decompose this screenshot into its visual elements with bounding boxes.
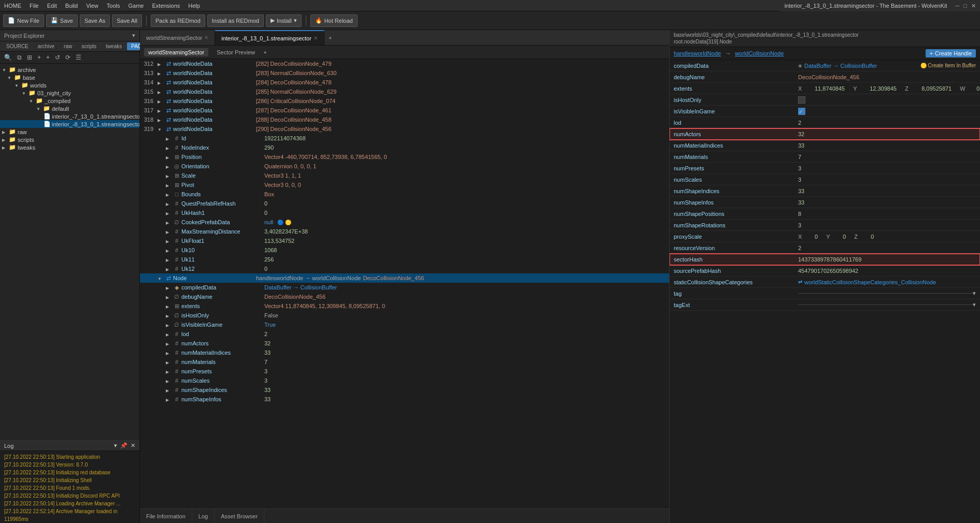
prop-is-visible-in-game[interactable]: isVisibleInGame ✓ <box>670 106 980 117</box>
prop-compiled-data[interactable]: compiledData ◈ DataBuffer → CollisionBuf… <box>670 60 980 71</box>
sidebar-tool3[interactable]: ⟳ <box>63 53 73 62</box>
tree-item-archive[interactable]: 📁 archive <box>0 66 139 74</box>
tree-row-nodeindex[interactable]: # NodeIndex 290 <box>140 143 669 152</box>
sidebar-menu-button[interactable]: ☰ <box>74 53 83 62</box>
bottom-tab-log[interactable]: Log <box>192 509 215 523</box>
install-redmod-button[interactable]: Install as REDmod <box>207 14 264 27</box>
tree-row-bounds[interactable]: □ Bounds Box <box>140 190 669 199</box>
log-control-1[interactable]: ▾ <box>114 442 117 449</box>
handle-world-link[interactable]: handlesworldNode <box>674 50 721 56</box>
tree-item-sector1[interactable]: 📄 interior_-7_13_0_1.streamingsector <box>0 112 139 120</box>
tree-row[interactable]: 312 ⇄ worldNodeData [282] DecoCollisionN… <box>140 59 669 68</box>
create-item-in-buffer-button[interactable]: 🟡 Create Item In Buffer <box>920 63 976 68</box>
prop-lod[interactable]: lod 2 <box>670 117 980 128</box>
maximize-button[interactable]: □ <box>963 3 967 9</box>
is-host-only-checkbox[interactable] <box>798 96 805 104</box>
sidebar-refresh-button[interactable]: ↺ <box>53 53 62 62</box>
tree-row-numshapeinfos[interactable]: # numShapeInfos 33 <box>140 395 669 404</box>
handle-collision-link[interactable]: worldCollisionNode <box>735 50 784 56</box>
tag-chevron-icon[interactable]: ▾ <box>973 290 976 297</box>
tree-row-uk12[interactable]: # Uk12 0 <box>140 264 669 273</box>
tree-row[interactable]: 313 ⇄ worldNodeData [283] NormalCollisio… <box>140 68 669 78</box>
tree-row[interactable]: 317 ⇄ worldNodeData [287] DecoCollisionN… <box>140 106 669 115</box>
prop-num-material-indices[interactable]: numMaterialIndices 33 <box>670 140 980 151</box>
tree-item-sector2[interactable]: 📄 interior_-8_13_0_1.streamingsector <box>0 120 139 128</box>
sidebar-tool1[interactable]: ⧉ <box>15 53 24 62</box>
sidebar-tab-source[interactable]: SOURCE <box>2 42 33 50</box>
tree-item-tweaks[interactable]: 📁 tweaks <box>0 143 139 151</box>
log-close-icon[interactable]: ✕ <box>131 442 135 449</box>
tree-item-base[interactable]: 📁 base <box>0 74 139 81</box>
tree-row-numshapeindices[interactable]: # numShapeIndices 33 <box>140 385 669 395</box>
menu-tools[interactable]: Tools <box>107 3 120 9</box>
tree-row-numactors[interactable]: # numActors 32 <box>140 339 669 348</box>
hot-reload-button[interactable]: 🔥 Hot Reload <box>310 14 358 27</box>
tag-ext-chevron-icon[interactable]: ▾ <box>973 301 976 308</box>
add-subtab-button[interactable]: + <box>263 49 266 55</box>
tree-row[interactable]: 316 ⇄ worldNodeData [286] CriticalCollis… <box>140 96 669 106</box>
new-file-button[interactable]: 📄 New File <box>3 14 44 27</box>
tree-row-extents[interactable]: ⊞ extents Vector4 11,8740845, 12,309845,… <box>140 301 669 311</box>
save-as-button[interactable]: Save As <box>80 14 110 27</box>
tree-row-pivot[interactable]: ⊞ Pivot Vector3 0, 0, 0 <box>140 180 669 190</box>
tree-row-319[interactable]: 319 ⇄ worldNodeData [290] DecoCollisionN… <box>140 124 669 134</box>
tree-row-cooked[interactable]: ∅ CookedPrefabData null 🔵 🟡 <box>140 217 669 227</box>
tree-row-ukfloat[interactable]: # UkFloat1 113,534752 <box>140 236 669 245</box>
pack-button[interactable]: Pack as REDmod <box>151 14 205 27</box>
prop-num-shape-indices[interactable]: numShapeIndices 33 <box>670 185 980 197</box>
tree-row[interactable]: 314 ⇄ worldNodeData [284] DecoCollisionN… <box>140 78 669 87</box>
is-visible-in-game-checkbox[interactable]: ✓ <box>798 108 805 115</box>
tree-row-numscales[interactable]: # numScales 3 <box>140 376 669 385</box>
tree-row-orientation[interactable]: ◎ Orientation Quaternion 0, 0, 0, 1 <box>140 162 669 171</box>
tab-close-icon[interactable]: ✕ <box>204 35 208 40</box>
prop-debug-name[interactable]: debugName DecoCollisionNode_456 <box>670 71 980 83</box>
sidebar-tab-tweaks[interactable]: tweaks <box>102 42 126 50</box>
tree-row-node[interactable]: ⇄ Node handlesworldNode → worldCollision… <box>140 273 669 283</box>
tab-interior-sector[interactable]: interior_-8_13_0_1.streamingsector ✕ <box>215 30 324 45</box>
tree-row-nummaterialindices[interactable]: # numMaterialIndices 33 <box>140 348 669 357</box>
prop-num-shape-infos[interactable]: numShapeInfos 33 <box>670 197 980 208</box>
minimize-button[interactable]: ─ <box>956 3 960 9</box>
tree-item-night-city[interactable]: 📁 03_night_city <box>0 89 139 97</box>
prop-num-materials[interactable]: numMaterials 7 <box>670 151 980 163</box>
close-button[interactable]: ✕ <box>971 3 976 9</box>
tree-row-debugname[interactable]: ∅ debugName DecoCollisionNode_456 <box>140 292 669 301</box>
save-all-button[interactable]: Save All <box>112 14 142 27</box>
tree-item-default[interactable]: 📁 default <box>0 105 139 112</box>
prop-tag-ext[interactable]: tagExt ▾ <box>670 299 980 311</box>
menu-file[interactable]: File <box>30 3 39 9</box>
menu-help[interactable]: Help <box>188 3 200 9</box>
subtab-sector-preview[interactable]: Sector Preview <box>212 48 259 56</box>
sidebar-tab-raw[interactable]: raw <box>60 42 76 50</box>
prop-is-host-only[interactable]: isHostOnly <box>670 94 980 106</box>
prop-static-collision[interactable]: staticCollisionShapeCategories ⇄ worldSt… <box>670 277 980 288</box>
menu-build[interactable]: Build <box>65 3 78 9</box>
prop-sector-hash[interactable]: sectorHash 14373389787860411769 <box>670 254 980 265</box>
prop-num-scales[interactable]: numScales 3 <box>670 174 980 185</box>
add-tab-button[interactable]: + <box>329 35 332 41</box>
tree-row-questprefab[interactable]: # QuestPrefabRefHash 0 <box>140 199 669 208</box>
tree-item-worlds[interactable]: 📁 worlds <box>0 81 139 89</box>
tree-item-compiled[interactable]: 📁 _compiled <box>0 97 139 105</box>
save-button[interactable]: 💾 Save <box>46 14 78 27</box>
tree-row-compileddata[interactable]: ◈ compiledData DataBuffer → CollisionBuf… <box>140 283 669 292</box>
menu-extensions[interactable]: Extensions <box>152 3 180 9</box>
tree-row-lod[interactable]: # lod 2 <box>140 329 669 339</box>
menu-home[interactable]: HOME <box>4 3 21 9</box>
tree-row[interactable]: 315 ⇄ worldNodeData [285] NormalCollisio… <box>140 87 669 96</box>
tab-world-streaming-sector[interactable]: worldStreamingSector ✕ <box>140 30 215 45</box>
menu-game[interactable]: Game <box>129 3 144 9</box>
prop-resource-version[interactable]: resourceVersion 2 <box>670 242 980 254</box>
tree-row-ukhash[interactable]: # UkHash1 0 <box>140 208 669 217</box>
install-button[interactable]: ▶ Install ▾ <box>266 14 302 27</box>
tree-row-nummaterials[interactable]: # numMaterials 7 <box>140 357 669 367</box>
bottom-tab-asset-browser[interactable]: Asset Browser <box>215 509 264 523</box>
tree-row-id[interactable]: # Id 1922114074368 <box>140 134 669 143</box>
prop-source-prefab-hash[interactable]: sourcePrefabHash 4547901702650598942 <box>670 265 980 277</box>
subtab-world-streaming[interactable]: worldStreamingSector <box>144 48 208 56</box>
sidebar-add2-button[interactable]: + <box>44 53 52 62</box>
tree-row-position[interactable]: ⊞ Position Vector4 -460,700714, 852,7393… <box>140 152 669 162</box>
sidebar-tab-scripts[interactable]: scripts <box>77 42 101 50</box>
tree-item-scripts[interactable]: 📁 scripts <box>0 136 139 143</box>
bottom-tab-file-info[interactable]: File Information <box>140 509 192 523</box>
